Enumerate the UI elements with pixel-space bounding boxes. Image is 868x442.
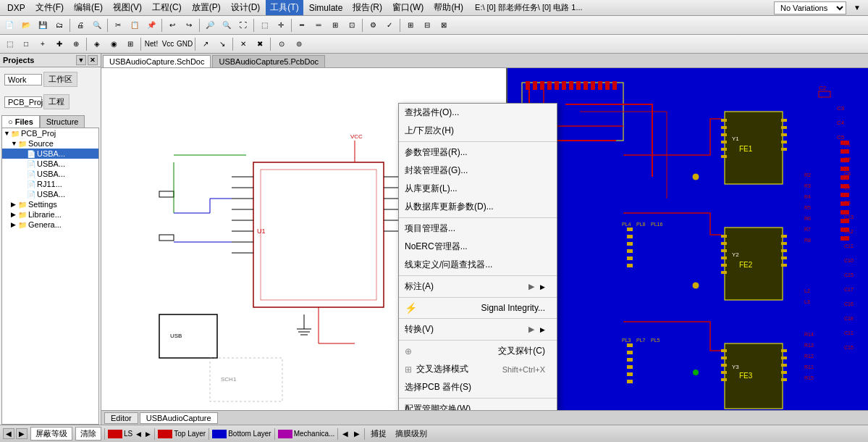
tb-redo[interactable]: ↪: [181, 17, 197, 33]
tab-pcb[interactable]: USBAudioCapture5.PcbDoc: [212, 55, 325, 67]
usb-audio-tab[interactable]: USBAudioCapture: [140, 412, 218, 424]
tb-more3[interactable]: ⊠: [436, 17, 452, 33]
menu-report[interactable]: 报告(R): [348, 0, 387, 15]
menu-up-down[interactable]: 上/下层次(H): [399, 122, 557, 140]
tab-files[interactable]: ○ Files: [1, 115, 40, 128]
menu-design[interactable]: 设计(D): [227, 0, 265, 15]
tb-pcb8[interactable]: ⊞: [122, 36, 138, 52]
tb-place-part[interactable]: ⊞: [327, 17, 343, 33]
tb-pcb5[interactable]: ⊕: [68, 36, 84, 52]
tree-usb3[interactable]: 📄 USBA...: [2, 169, 98, 179]
menu-cross-select[interactable]: ⊞ 交叉选择模式 Shift+Ctrl+X: [399, 360, 557, 378]
tb-route2[interactable]: ↘: [214, 36, 230, 52]
tb-del[interactable]: ✕: [235, 36, 251, 52]
pcb-view[interactable]: FE1 Y1: [506, 68, 868, 410]
tb-select[interactable]: ⬚: [256, 17, 272, 33]
tb-more1[interactable]: ⊞: [403, 17, 418, 33]
tree-rj11[interactable]: 📄 RJ11...: [2, 179, 98, 189]
tb-pcb3[interactable]: +: [35, 36, 51, 52]
menu-help[interactable]: 帮助(H): [429, 0, 468, 15]
ls-nav-right[interactable]: ▶: [145, 430, 151, 438]
menu-place[interactable]: 放置(P): [187, 0, 225, 15]
tab-structure[interactable]: Structure: [40, 115, 85, 128]
workspace-label-btn[interactable]: 工作区: [43, 72, 77, 87]
expand-libraries[interactable]: ▶: [11, 211, 18, 218]
tb-pcb6[interactable]: ◈: [89, 36, 105, 52]
tb-copy[interactable]: 📋: [127, 17, 143, 33]
tb-print-preview[interactable]: 🔍: [89, 17, 105, 33]
tb-bus[interactable]: ═: [311, 17, 326, 33]
tb-save[interactable]: 💾: [35, 17, 51, 33]
tb-wire[interactable]: ━: [294, 17, 310, 33]
tb-route1[interactable]: ↗: [198, 36, 214, 52]
tb-vcc[interactable]: Vcc: [160, 36, 176, 52]
tb-validate[interactable]: ✓: [382, 17, 397, 33]
tree-usb4[interactable]: 📄 USBA...: [2, 189, 98, 199]
editor-tab[interactable]: Editor: [104, 412, 138, 424]
layer-nav-right[interactable]: ▶: [353, 430, 361, 438]
tb-compile[interactable]: ⚙: [365, 17, 381, 33]
menu-annotate[interactable]: 标注(A) ▶: [399, 278, 557, 296]
menu-dxp[interactable]: DXP: [3, 1, 30, 14]
nav-left[interactable]: ◀: [3, 428, 14, 439]
menu-file[interactable]: 文件(F): [31, 0, 68, 15]
menu-noerc[interactable]: NoERC管理器...: [399, 238, 557, 256]
menu-params-mgr[interactable]: 参数管理器(R)...: [399, 143, 557, 162]
tree-source[interactable]: ▼ 📁 Source: [2, 138, 98, 149]
workspace-dropdown[interactable]: Work: [4, 74, 42, 86]
tb-pcb1[interactable]: ⬚: [1, 36, 17, 52]
menu-update-from-db[interactable]: 从数据库更新参数(D)...: [399, 198, 557, 216]
tb-undo[interactable]: ↩: [164, 17, 180, 33]
expand-settings[interactable]: ▶: [11, 201, 18, 208]
tb-pcb2[interactable]: □: [18, 36, 34, 52]
tab-sch[interactable]: USBAudioCapture.SchDoc: [103, 55, 211, 67]
tb-right2[interactable]: ⊚: [291, 36, 307, 52]
shield-level-btn[interactable]: 屏蔽等级: [30, 427, 72, 441]
menu-signal-integrity[interactable]: ⚡ Signal Integrity...: [399, 299, 557, 317]
tb-cut[interactable]: ✂: [110, 17, 126, 33]
tree-genera[interactable]: ▶ 📁 Genera...: [2, 220, 98, 230]
menu-cross-probe[interactable]: ⊕ 交叉探针(C): [399, 342, 557, 360]
tb-net-label[interactable]: Net!: [143, 36, 159, 52]
tb-pcb7[interactable]: ◉: [106, 36, 122, 52]
variations-dropdown-btn[interactable]: ▼: [849, 0, 865, 16]
tb-pcb4[interactable]: ✚: [51, 36, 67, 52]
menu-wire-erc[interactable]: 线束定义/问题查找器...: [399, 256, 557, 274]
tb-net[interactable]: ⊡: [344, 17, 360, 33]
project-dropdown[interactable]: PCB_Proj: [4, 96, 42, 108]
menu-update-from-lib[interactable]: 从库更新(L)...: [399, 180, 557, 198]
menu-view[interactable]: 视图(V): [109, 0, 146, 15]
tree-libraries[interactable]: ▶ 📁 Librarie...: [2, 209, 98, 220]
menu-config-pin-swap[interactable]: 配置管脚交换(W)...: [399, 400, 557, 410]
expand-source[interactable]: ▼: [11, 140, 18, 147]
clear-btn[interactable]: 清除: [75, 427, 101, 441]
expand-genera[interactable]: ▶: [11, 221, 18, 228]
tree-pcb-proj[interactable]: ▼ 📁 PCB_Proj: [2, 128, 98, 138]
menu-project[interactable]: 工程(C): [148, 0, 186, 15]
menu-find-component[interactable]: 查找器件(O)...: [399, 104, 557, 122]
tb-paste[interactable]: 📌: [143, 17, 159, 33]
nav-right[interactable]: ▶: [16, 428, 28, 439]
tb-open[interactable]: 📂: [18, 17, 34, 33]
menu-edit[interactable]: 编辑(E): [69, 0, 107, 15]
layer-nav-left[interactable]: ◀: [341, 430, 350, 438]
project-label-btn[interactable]: 工程: [43, 94, 69, 109]
tb-print[interactable]: 🖨: [72, 17, 88, 33]
tb-right1[interactable]: ⊙: [274, 36, 290, 52]
tb-more2[interactable]: ⊟: [419, 17, 435, 33]
menu-proj-mgr[interactable]: 项目管理器...: [399, 220, 557, 238]
menu-pkg-mgr[interactable]: 封装管理器(G)...: [399, 162, 557, 180]
menu-window[interactable]: 窗口(W): [388, 0, 428, 15]
tb-new[interactable]: 📄: [1, 17, 17, 33]
expand-pcb-proj[interactable]: ▼: [4, 130, 11, 137]
panel-pin-btn[interactable]: ▼: [76, 55, 86, 65]
tb-zoom-out[interactable]: 🔍: [219, 17, 235, 33]
tb-move[interactable]: ✛: [273, 17, 289, 33]
tb-del2[interactable]: ✖: [252, 36, 268, 52]
tb-gnd[interactable]: GND: [177, 36, 193, 52]
tb-zoom-in[interactable]: 🔎: [202, 17, 218, 33]
menu-select-pcb[interactable]: 选择PCB 器件(S): [399, 378, 557, 396]
tree-settings[interactable]: ▶ 📁 Settings: [2, 199, 98, 209]
tb-save-all[interactable]: 🗂: [51, 17, 67, 33]
panel-close-btn[interactable]: ✕: [88, 55, 98, 65]
